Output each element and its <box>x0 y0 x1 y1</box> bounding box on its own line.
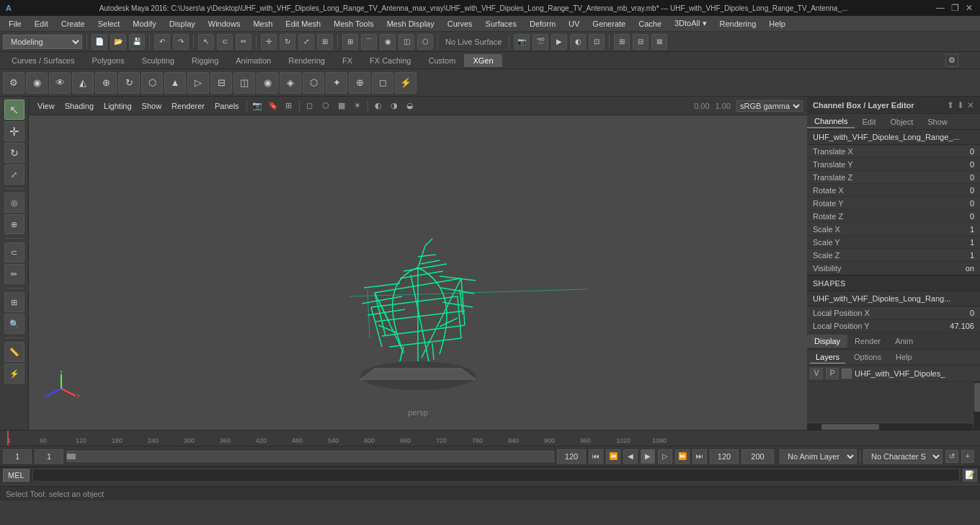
shelf-icon-9[interactable]: ⊟ <box>210 72 232 94</box>
attr-tool-btn[interactable]: ⚡ <box>4 363 24 384</box>
menu-help[interactable]: Help <box>763 18 791 30</box>
shelf-icon-5[interactable]: ↻ <box>118 72 140 94</box>
layout-btn-3[interactable]: ⊠ <box>651 34 667 50</box>
shelf-icon-7[interactable]: ▲ <box>164 72 186 94</box>
layer-tab-layers[interactable]: Layers <box>810 351 845 363</box>
tab-curves-surfaces[interactable]: Curves / Surfaces <box>3 54 83 67</box>
cb-expand-btn[interactable]: ⬆ <box>947 100 954 110</box>
lp-tab-anim[interactable]: Anim <box>888 335 920 348</box>
ch-scale-y[interactable]: Scale Y 1 <box>807 236 980 249</box>
prev-frame-btn[interactable]: ◀ <box>623 449 638 464</box>
redo-btn[interactable]: ↷ <box>173 34 189 50</box>
workspace-settings-btn[interactable]: ⚙ <box>945 54 958 67</box>
ch-translate-x[interactable]: Translate X 0 <box>807 145 980 158</box>
vp-menu-lighting[interactable]: Lighting <box>99 100 136 112</box>
vp-menu-shading[interactable]: Shading <box>61 100 98 112</box>
scale-tool-btn[interactable]: ⤢ <box>4 164 24 185</box>
vp-menu-view[interactable]: View <box>33 100 59 112</box>
snap-surface[interactable]: ◫ <box>398 34 414 50</box>
snap-live[interactable]: ⬡ <box>417 34 433 50</box>
ipr-btn[interactable]: ◐ <box>570 34 586 50</box>
layer-tab-options[interactable]: Options <box>848 351 887 363</box>
shelf-icon-12[interactable]: ◈ <box>280 72 301 94</box>
minimize-button[interactable]: — <box>935 3 945 13</box>
tab-xgen[interactable]: XGen <box>464 54 502 67</box>
paint-select-btn[interactable]: ✏ <box>4 264 24 284</box>
layout-btn-2[interactable]: ⊟ <box>633 34 649 50</box>
select-tool-btn[interactable]: ↖ <box>4 100 24 120</box>
vp-camera-icon[interactable]: 📷 <box>250 99 264 113</box>
cb-hscrollbar[interactable] <box>807 423 973 430</box>
lasso-tool[interactable]: ⊂ <box>217 34 233 50</box>
vp-shadow-icon[interactable]: ◐ <box>371 99 386 113</box>
mel-label[interactable]: MEL <box>3 469 30 482</box>
ch-rotate-z[interactable]: Rotate Z 0 <box>807 210 980 223</box>
vp-menu-panels[interactable]: Panels <box>210 100 244 112</box>
new-scene-btn[interactable]: 📄 <box>92 34 107 50</box>
channel-box-close-btn[interactable]: ✕ <box>967 100 974 110</box>
cb-scrollbar-thumb[interactable] <box>974 383 980 412</box>
tab-custom[interactable]: Custom <box>420 54 465 67</box>
go-start-btn[interactable]: ⏮ <box>589 449 603 464</box>
open-btn[interactable]: 📂 <box>110 34 126 50</box>
time-indicator[interactable] <box>7 431 9 446</box>
vp-wireframe-icon[interactable]: ◻ <box>303 99 317 113</box>
menu-display[interactable]: Display <box>164 18 201 30</box>
tab-fx[interactable]: FX <box>334 54 361 67</box>
menu-generate[interactable]: Generate <box>587 18 631 30</box>
ch-scale-x[interactable]: Scale X 1 <box>807 223 980 236</box>
cb-collapse-btn[interactable]: ⬇ <box>957 100 964 110</box>
shelf-icon-13[interactable]: ⬡ <box>303 72 324 94</box>
shelf-icon-1[interactable]: ◉ <box>26 72 48 94</box>
shelf-icon-3[interactable]: ◭ <box>72 72 94 94</box>
universal-tool[interactable]: ⊞ <box>317 34 333 50</box>
scale-tool[interactable]: ⤢ <box>298 34 314 50</box>
vp-smooth-icon[interactable]: ⬡ <box>318 99 333 113</box>
cb-tab-edit[interactable]: Edit <box>855 116 883 128</box>
tab-polygons[interactable]: Polygons <box>83 54 133 67</box>
shelf-icon-8[interactable]: ▷ <box>187 72 209 94</box>
ch-scale-z[interactable]: Scale Z 1 <box>807 249 980 262</box>
anim-end-field[interactable] <box>741 449 774 464</box>
ch-visibility[interactable]: Visibility on <box>807 262 980 275</box>
menu-create[interactable]: Create <box>55 18 91 30</box>
zoom-tool-btn[interactable]: 🔍 <box>4 314 24 334</box>
snap-grid[interactable]: ⊞ <box>342 34 358 50</box>
menu-deform[interactable]: Deform <box>524 18 561 30</box>
play-fwd-btn[interactable]: ▶ <box>641 449 655 464</box>
camera-btn[interactable]: 📷 <box>514 34 530 50</box>
move-tool-btn[interactable]: ✛ <box>4 121 24 141</box>
menu-cache[interactable]: Cache <box>633 18 667 30</box>
go-end-btn[interactable]: ⏭ <box>692 449 707 464</box>
cb-tab-show[interactable]: Show <box>920 116 955 128</box>
rotate-tool-btn[interactable]: ↻ <box>4 143 24 163</box>
menu-edit-mesh[interactable]: Edit Mesh <box>280 18 326 30</box>
menu-edit[interactable]: Edit <box>29 18 54 30</box>
snap-point[interactable]: ◉ <box>380 34 396 50</box>
shelf-icon-15[interactable]: ⊕ <box>349 72 370 94</box>
ch-translate-z[interactable]: Translate Z 0 <box>807 171 980 184</box>
cb-tab-object[interactable]: Object <box>883 116 920 128</box>
vp-lighting-icon[interactable]: ☀ <box>350 99 365 113</box>
shelf-settings-icon[interactable]: ⚙ <box>3 72 24 94</box>
menu-mesh-tools[interactable]: Mesh Tools <box>328 18 379 30</box>
close-button[interactable]: ✕ <box>964 3 974 13</box>
undo-btn[interactable]: ↶ <box>154 34 170 50</box>
menu-3dtool[interactable]: 3DtoAll ▾ <box>669 17 713 30</box>
menu-rendering[interactable]: Rendering <box>714 18 762 30</box>
vp-grid-icon[interactable]: ⊞ <box>282 99 296 113</box>
cb-scrollbar[interactable] <box>973 381 980 430</box>
show-render-btn[interactable]: ⊡ <box>589 34 605 50</box>
select-tool[interactable]: ↖ <box>198 34 214 50</box>
range-end-field[interactable] <box>710 449 739 464</box>
vp-textured-icon[interactable]: ▦ <box>334 99 349 113</box>
menu-mesh-display[interactable]: Mesh Display <box>381 18 440 30</box>
shelf-icon-6[interactable]: ⬡ <box>141 72 163 94</box>
shelf-icon-10[interactable]: ◫ <box>233 72 255 94</box>
mode-selector[interactable]: Modeling <box>3 35 82 49</box>
timeline-slider[interactable] <box>66 451 554 462</box>
anim-layer-select[interactable]: No Anim Layer <box>780 449 857 464</box>
viewport-3d[interactable]: persp X Y Z <box>29 115 807 449</box>
timeline-thumb[interactable] <box>67 454 76 459</box>
shelf-icon-16[interactable]: ◻ <box>372 72 393 94</box>
